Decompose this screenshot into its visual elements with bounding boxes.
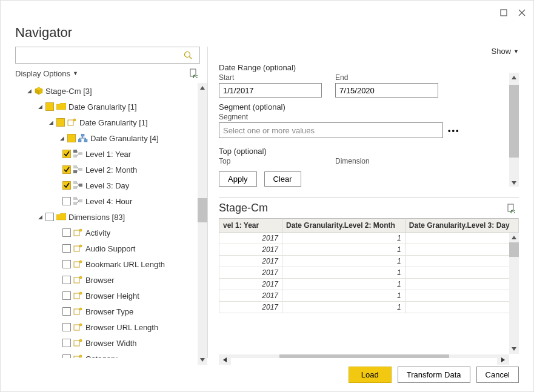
tree-level-month[interactable]: Level 2: Month — [15, 162, 201, 178]
tree-hier-dategran[interactable]: ◢ Date Granularity [4] — [15, 130, 201, 146]
apply-button[interactable]: Apply — [219, 171, 257, 187]
cancel-button[interactable]: Cancel — [476, 367, 519, 383]
transform-data-button[interactable]: Transform Data — [398, 367, 470, 383]
start-label: Start — [219, 73, 322, 82]
form-scrollbar[interactable] — [509, 73, 519, 187]
collapse-icon[interactable]: ◢ — [48, 119, 54, 125]
scroll-left-icon[interactable] — [219, 354, 231, 365]
scroll-up-icon[interactable] — [509, 73, 519, 82]
checkbox[interactable] — [45, 213, 54, 221]
svg-rect-16 — [73, 154, 77, 158]
table-cell: 1 — [282, 302, 406, 313]
dimension-icon — [73, 339, 83, 347]
tree-dim-item[interactable]: Browser URL Length — [15, 319, 201, 335]
load-button[interactable]: Load — [349, 367, 392, 383]
checkbox[interactable] — [62, 307, 71, 316]
tree-dim-item[interactable]: Activity — [15, 225, 201, 241]
checkbox[interactable] — [62, 150, 71, 158]
tree-dim-item[interactable]: Browser — [15, 272, 201, 288]
scroll-thumb[interactable] — [509, 242, 519, 257]
tree-dim-item[interactable]: Browser Height — [15, 288, 201, 304]
svg-rect-27 — [79, 184, 82, 187]
maximize-icon[interactable] — [499, 8, 508, 17]
scroll-thumb[interactable] — [198, 198, 207, 222]
svg-line-29 — [77, 185, 79, 188]
table-row[interactable]: 201715 — [219, 279, 519, 290]
svg-point-44 — [79, 292, 82, 294]
start-date-input[interactable] — [219, 83, 322, 98]
svg-line-28 — [77, 183, 79, 185]
svg-line-18 — [77, 151, 79, 154]
checkbox[interactable] — [62, 339, 71, 347]
clear-button[interactable]: Clear — [264, 171, 301, 187]
table-cell: 2017 — [219, 267, 282, 279]
segment-input[interactable]: Select one or more values — [219, 122, 443, 138]
search-input[interactable] — [16, 47, 184, 63]
checkbox[interactable] — [62, 197, 71, 205]
tree-dim-item[interactable]: Browser Width — [15, 335, 201, 351]
collapse-icon[interactable]: ◢ — [26, 88, 32, 94]
checkbox[interactable] — [62, 276, 71, 284]
scroll-down-icon[interactable] — [198, 355, 207, 365]
checkbox[interactable] — [62, 244, 71, 253]
tree-level-year[interactable]: Level 1: Year — [15, 146, 201, 162]
table-row[interactable]: 201712 — [219, 244, 519, 256]
dimension-icon — [73, 260, 83, 268]
folder-icon — [56, 213, 66, 221]
scroll-right-icon[interactable] — [497, 354, 509, 365]
col-month[interactable]: Date Granularity.Level 2: Month — [282, 219, 406, 233]
svg-rect-25 — [73, 181, 77, 184]
end-date-input[interactable] — [335, 83, 438, 98]
scroll-thumb[interactable] — [509, 85, 519, 158]
svg-line-24 — [77, 170, 79, 172]
table-row[interactable]: 201714 — [219, 267, 519, 279]
table-row[interactable]: 201717 — [219, 302, 519, 313]
table-scrollbar-v[interactable] — [509, 233, 519, 354]
level-icon — [73, 181, 83, 190]
checkbox[interactable] — [62, 181, 71, 190]
tree-dim-item[interactable]: Browser Type — [15, 304, 201, 319]
tree-level-day[interactable]: Level 3: Day — [15, 178, 201, 193]
table-row[interactable]: 201716 — [219, 290, 519, 302]
preview-title: Stage-Cm — [219, 202, 268, 214]
refresh-icon[interactable] — [507, 204, 516, 213]
scroll-down-icon[interactable] — [509, 178, 519, 187]
tree-cube-stagecm[interactable]: ◢ Stage-Cm [3] — [15, 83, 201, 99]
tree-folder-dimensions[interactable]: ◢ Dimensions [83] — [15, 209, 201, 225]
checkbox[interactable] — [62, 165, 71, 174]
checkbox[interactable] — [45, 102, 54, 111]
ellipsis-icon[interactable]: ••• — [448, 126, 460, 135]
refresh-icon[interactable] — [189, 68, 199, 78]
checkbox[interactable] — [67, 134, 76, 142]
dimension-icon — [73, 244, 83, 253]
collapse-icon[interactable]: ◢ — [37, 104, 43, 110]
checkbox[interactable] — [62, 323, 71, 331]
svg-point-46 — [79, 308, 82, 310]
tree-folder-dategran[interactable]: ◢ Date Granularity [1] — [15, 99, 201, 115]
checkbox[interactable] — [62, 228, 71, 237]
show-dropdown[interactable]: Show ▼ — [492, 47, 519, 56]
scroll-up-icon[interactable] — [198, 83, 207, 93]
tree-dim-dategran[interactable]: ◢ Date Granularity [1] — [15, 115, 201, 130]
scroll-down-icon[interactable] — [509, 344, 519, 354]
close-icon[interactable] — [518, 8, 526, 17]
tree-dim-item[interactable]: Bookmark URL Length — [15, 256, 201, 272]
scroll-up-icon[interactable] — [509, 233, 519, 242]
checkbox[interactable] — [62, 291, 71, 300]
table-row[interactable]: 201711 — [219, 233, 519, 244]
col-year[interactable]: vel 1: Year — [219, 219, 282, 233]
col-day[interactable]: Date Granularity.Level 3: Day — [405, 219, 518, 233]
tree-label: Level 1: Year — [85, 150, 131, 159]
tree-dim-item[interactable]: Audio Support — [15, 241, 201, 256]
search-input-wrap[interactable] — [15, 47, 200, 64]
search-icon[interactable] — [184, 51, 199, 59]
table-row[interactable]: 201713 — [219, 256, 519, 267]
tree-level-hour[interactable]: Level 4: Hour — [15, 193, 201, 209]
display-options-dropdown[interactable]: Display Options ▼ — [15, 69, 78, 78]
navigator-tree[interactable]: ◢ Stage-Cm [3] ◢ Date Granularity [1] ◢ … — [15, 83, 207, 365]
checkbox[interactable] — [56, 118, 65, 127]
tree-scrollbar[interactable] — [198, 83, 207, 365]
collapse-icon[interactable]: ◢ — [59, 135, 65, 141]
checkbox[interactable] — [62, 260, 71, 268]
collapse-icon[interactable]: ◢ — [37, 214, 43, 220]
